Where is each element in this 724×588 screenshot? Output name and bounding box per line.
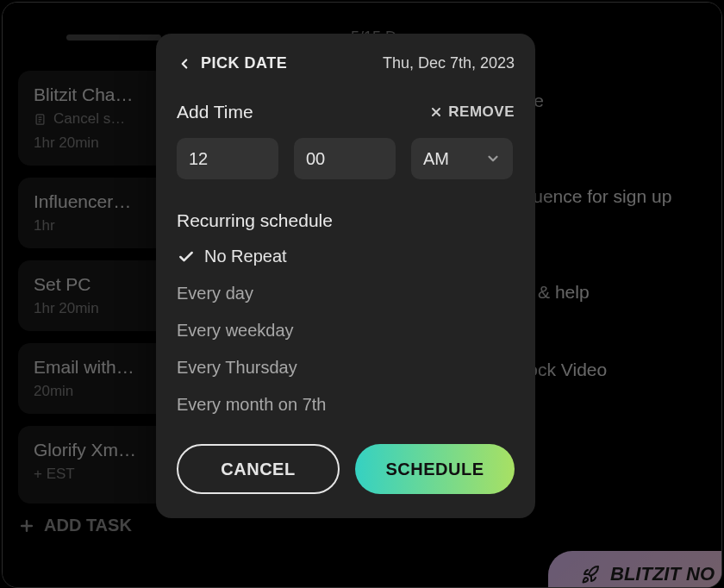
recurring-option-label: No Repeat xyxy=(204,247,287,266)
schedule-button[interactable]: SCHEDULE xyxy=(355,444,515,494)
hour-input[interactable] xyxy=(177,138,278,179)
recurring-option[interactable]: Every day xyxy=(177,284,515,303)
close-icon xyxy=(429,105,443,119)
pick-date-label: PICK DATE xyxy=(201,54,287,72)
recurring-option-label: Every day xyxy=(177,284,253,303)
add-time-label: Add Time xyxy=(177,102,253,122)
chevron-down-icon xyxy=(485,151,501,166)
check-icon xyxy=(178,248,195,266)
recurring-option[interactable]: Every weekday xyxy=(177,321,515,341)
recurring-option-label: Every Thursday xyxy=(177,358,297,378)
selected-date-text: Thu, Dec 7th, 2023 xyxy=(383,54,515,72)
schedule-label: SCHEDULE xyxy=(385,460,484,479)
schedule-modal: PICK DATE Thu, Dec 7th, 2023 Add Time RE… xyxy=(156,34,535,518)
chevron-left-icon xyxy=(177,56,192,72)
cancel-label: CANCEL xyxy=(221,460,295,479)
pick-date-back-button[interactable]: PICK DATE xyxy=(177,54,287,72)
minute-input[interactable] xyxy=(294,138,396,179)
remove-time-button[interactable]: REMOVE xyxy=(429,103,515,121)
recurring-option-label: Every month on 7th xyxy=(177,395,326,415)
recurring-option-label: Every weekday xyxy=(177,321,294,341)
cancel-button[interactable]: CANCEL xyxy=(177,444,340,494)
recurring-title: Recurring schedule xyxy=(177,210,515,231)
ampm-value: AM xyxy=(423,149,449,169)
recurring-option[interactable]: Every Thursday xyxy=(177,358,515,378)
remove-label: REMOVE xyxy=(448,103,515,121)
ampm-select[interactable]: AM xyxy=(411,138,513,179)
recurring-option[interactable]: Every month on 7th xyxy=(177,395,515,415)
recurring-option[interactable]: No Repeat xyxy=(177,247,515,266)
